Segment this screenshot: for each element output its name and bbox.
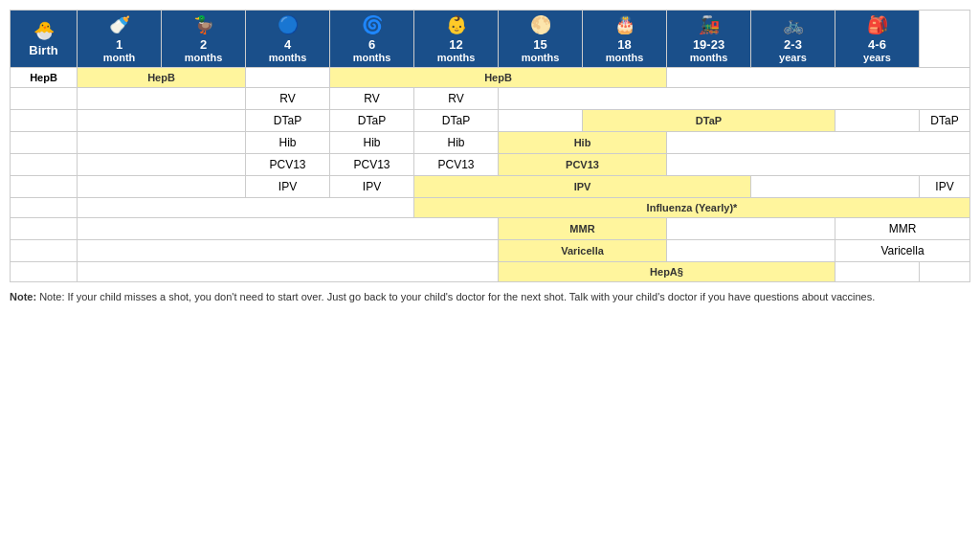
table-row: HibHibHibHib: [11, 132, 970, 154]
vaccine-cell: [78, 240, 499, 262]
vaccine-cell: Hib: [414, 132, 499, 154]
vaccine-cell: [78, 110, 246, 132]
header-cell-0: 🐣Birth: [11, 11, 78, 68]
vaccine-cell: PCV13: [414, 154, 499, 176]
vaccine-cell: HepB: [78, 68, 246, 88]
vaccine-cell: [667, 68, 970, 88]
age-icon-1: 🍼: [79, 14, 159, 35]
header-cell-7: 🎂18months: [583, 11, 667, 68]
vaccine-cell: [78, 218, 499, 240]
table-row: VaricellaVaricella: [11, 240, 970, 262]
vaccine-cell: IPV: [246, 176, 330, 198]
vaccine-cell: MMR: [499, 218, 667, 240]
vaccine-cell: [751, 176, 920, 198]
age-icon-8: 🚂: [669, 14, 748, 35]
age-line1-10: 4-6: [837, 37, 917, 52]
vaccine-cell: [835, 110, 920, 132]
age-icon-3: 🔵: [248, 14, 327, 35]
vaccine-cell: [835, 262, 920, 282]
vaccine-cell: [78, 198, 414, 218]
age-line1-9: 2-3: [753, 37, 833, 52]
table-row: HepA§: [11, 262, 970, 282]
table-row: RVRVRV: [11, 88, 970, 110]
age-icon-5: 👶: [416, 14, 496, 35]
age-icon-7: 🎂: [585, 14, 664, 35]
vaccine-cell: [667, 218, 835, 240]
vaccine-cell: DTaP: [330, 110, 414, 132]
age-line1-4: 6: [332, 37, 412, 52]
age-line2-4: months: [332, 52, 412, 63]
vaccine-cell: RV: [246, 88, 330, 110]
vaccine-cell: HepB: [330, 68, 667, 88]
vaccine-label: [11, 110, 78, 132]
age-line2-3: months: [248, 52, 327, 63]
age-line2-9: years: [753, 52, 833, 63]
vaccine-cell: PCV13: [330, 154, 414, 176]
header-cell-3: 🔵4months: [246, 11, 330, 68]
vaccine-cell: IPV: [414, 176, 751, 198]
vaccine-label: [11, 88, 78, 110]
age-line1-0: Birth: [12, 43, 75, 57]
vaccine-cell: IPV: [920, 176, 970, 198]
age-line1-8: 19-23: [669, 37, 748, 52]
table-row: DTaPDTaPDTaPDTaPDTaP: [11, 110, 970, 132]
age-line2-10: years: [837, 52, 917, 63]
header-cell-1: 🍼1month: [78, 11, 162, 68]
age-line2-2: months: [164, 52, 243, 63]
table-row: IPVIPVIPVIPV: [11, 176, 970, 198]
vaccine-cell: MMR: [835, 218, 970, 240]
age-line2-1: month: [79, 52, 159, 63]
vaccine-cell: [667, 154, 970, 176]
age-icon-2: 🦆: [164, 14, 243, 35]
vaccine-cell: [78, 262, 499, 282]
vaccine-cell: [499, 88, 970, 110]
vaccine-cell: PCV13: [246, 154, 330, 176]
vaccine-cell: [78, 88, 246, 110]
header-cell-4: 🌀6months: [330, 11, 414, 68]
vaccine-label: [11, 262, 78, 282]
table-row: Influenza (Yearly)*: [11, 198, 970, 218]
age-line1-7: 18: [585, 37, 664, 52]
vaccine-label: [11, 154, 78, 176]
vaccine-cell: DTaP: [583, 110, 835, 132]
vaccine-cell: [667, 240, 835, 262]
vaccine-label: [11, 176, 78, 198]
vaccine-cell: Hib: [246, 132, 330, 154]
vaccine-cell: [78, 154, 246, 176]
vaccine-cell: Influenza (Yearly)*: [414, 198, 970, 218]
vaccine-cell: DTaP: [920, 110, 970, 132]
vaccine-cell: [78, 176, 246, 198]
age-icon-10: 🎒: [837, 14, 917, 35]
header-cell-8: 🚂19-23months: [667, 11, 751, 68]
age-line1-1: 1: [79, 37, 159, 52]
age-line1-5: 12: [416, 37, 496, 52]
age-icon-0: 🐣: [12, 20, 75, 41]
header-cell-10: 🎒4-6years: [835, 11, 920, 68]
vaccine-cell: [78, 132, 246, 154]
vaccine-cell: Hib: [499, 132, 667, 154]
age-icon-6: 🌕: [501, 14, 580, 35]
header-cell-2: 🦆2months: [162, 11, 246, 68]
vaccine-label: [11, 198, 78, 218]
age-line2-8: months: [669, 52, 748, 63]
vaccine-cell: RV: [330, 88, 414, 110]
header-cell-6: 🌕15months: [499, 11, 583, 68]
table-row: PCV13PCV13PCV13PCV13: [11, 154, 970, 176]
vaccine-cell: IPV: [330, 176, 414, 198]
vaccine-cell: [920, 262, 970, 282]
age-icon-4: 🌀: [332, 14, 412, 35]
vaccine-cell: DTaP: [414, 110, 499, 132]
age-line2-6: months: [501, 52, 580, 63]
header-cell-5: 👶12months: [414, 11, 499, 68]
age-line1-6: 15: [501, 37, 580, 52]
vaccine-label: [11, 240, 78, 262]
vaccine-cell: HepA§: [499, 262, 835, 282]
age-line1-2: 2: [164, 37, 243, 52]
vaccine-label: [11, 218, 78, 240]
age-line1-3: 4: [248, 37, 327, 52]
age-line2-5: months: [416, 52, 496, 63]
vaccine-label: [11, 132, 78, 154]
vaccine-cell: [667, 132, 970, 154]
vaccine-cell: DTaP: [246, 110, 330, 132]
vaccine-cell: Varicella: [499, 240, 667, 262]
